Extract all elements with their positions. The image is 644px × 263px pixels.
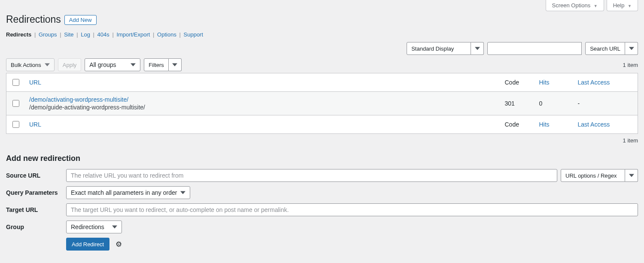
table-row: /demo/activating-wordpress-multisite/ /d…: [6, 92, 638, 115]
display-mode-select[interactable]: Standard Display: [407, 42, 484, 55]
nav-404s[interactable]: 404s: [97, 31, 109, 38]
row-target-url: /demo/guide-activating-wordpress-multisi…: [29, 104, 496, 111]
display-mode-label: Standard Display: [407, 42, 471, 55]
filters-button[interactable]: Filters: [144, 58, 181, 71]
select-all-checkbox-bottom[interactable]: [12, 121, 19, 128]
nav-support[interactable]: Support: [184, 31, 204, 38]
col-url[interactable]: URL: [29, 79, 41, 86]
chevron-down-icon[interactable]: [169, 58, 182, 71]
group-filter-label: All groups: [89, 61, 116, 68]
row-source-url[interactable]: /demo/activating-wordpress-multisite/: [29, 96, 128, 103]
group-select-value: Redirections: [71, 224, 104, 230]
apply-button[interactable]: Apply: [58, 58, 82, 71]
url-options-label: URL options / Regex: [561, 169, 625, 182]
nav-redirects[interactable]: Redirects: [6, 31, 31, 38]
bulk-actions-label: Bulk Actions: [11, 62, 41, 68]
search-type-label: Search URL: [585, 42, 625, 55]
row-code: 301: [501, 92, 535, 115]
chevron-down-icon[interactable]: [625, 169, 638, 182]
page-title: Redirections: [6, 14, 61, 25]
item-count-bottom: 1 item: [6, 137, 638, 144]
add-form-heading: Add new redirection: [6, 154, 638, 163]
query-params-select[interactable]: Exact match all parameters in any order: [66, 186, 190, 199]
target-url-input[interactable]: [66, 203, 638, 216]
search-input[interactable]: [488, 42, 581, 54]
sub-navigation: Redirects | Groups | Site | Log | 404s |…: [6, 31, 638, 38]
url-options-select[interactable]: URL options / Regex: [561, 169, 638, 182]
source-url-label: Source URL: [6, 172, 61, 179]
help-label: Help: [613, 2, 625, 9]
screen-options-label: Screen Options: [552, 2, 591, 9]
nav-options[interactable]: Options: [157, 31, 176, 38]
col-hits[interactable]: Hits: [539, 121, 550, 128]
group-label: Group: [6, 224, 61, 230]
group-filter-select[interactable]: All groups: [85, 58, 140, 71]
add-new-button[interactable]: Add New: [64, 15, 97, 25]
nav-import-export[interactable]: Import/Export: [116, 31, 150, 38]
bulk-actions-select[interactable]: Bulk Actions: [6, 58, 55, 71]
col-last[interactable]: Last Access: [578, 121, 610, 128]
nav-groups[interactable]: Groups: [39, 31, 57, 38]
screen-options-tab[interactable]: Screen Options ▼: [546, 0, 604, 11]
col-hits[interactable]: Hits: [539, 79, 550, 86]
nav-site[interactable]: Site: [64, 31, 73, 38]
chevron-down-icon[interactable]: [625, 42, 638, 55]
chevron-down-icon: ▼: [594, 4, 598, 8]
add-redirect-button[interactable]: Add Redirect: [66, 238, 109, 251]
row-hits: 0: [535, 92, 574, 115]
item-count-top: 1 item: [623, 62, 638, 68]
target-url-label: Target URL: [6, 206, 61, 213]
col-code: Code: [501, 115, 535, 134]
search-type-select[interactable]: Search URL: [585, 42, 638, 55]
filters-label: Filters: [144, 58, 168, 71]
col-url[interactable]: URL: [29, 121, 41, 128]
help-tab[interactable]: Help ▼: [607, 0, 638, 11]
chevron-down-icon: ▼: [628, 4, 632, 8]
chevron-down-icon[interactable]: [471, 42, 484, 55]
col-code: Code: [501, 73, 535, 92]
redirects-table: URL Code Hits Last Access /demo/activati…: [6, 73, 638, 134]
nav-log[interactable]: Log: [81, 31, 90, 38]
row-last-access: -: [574, 92, 638, 115]
search-box: [487, 42, 582, 55]
select-all-checkbox[interactable]: [12, 79, 19, 86]
query-params-label: Query Parameters: [6, 189, 61, 196]
group-select[interactable]: Redirections: [66, 221, 122, 233]
col-last[interactable]: Last Access: [578, 79, 610, 86]
gear-icon[interactable]: ⚙: [115, 240, 122, 249]
query-params-value: Exact match all parameters in any order: [71, 189, 177, 196]
source-url-input[interactable]: [66, 169, 557, 182]
row-checkbox[interactable]: [12, 100, 19, 107]
